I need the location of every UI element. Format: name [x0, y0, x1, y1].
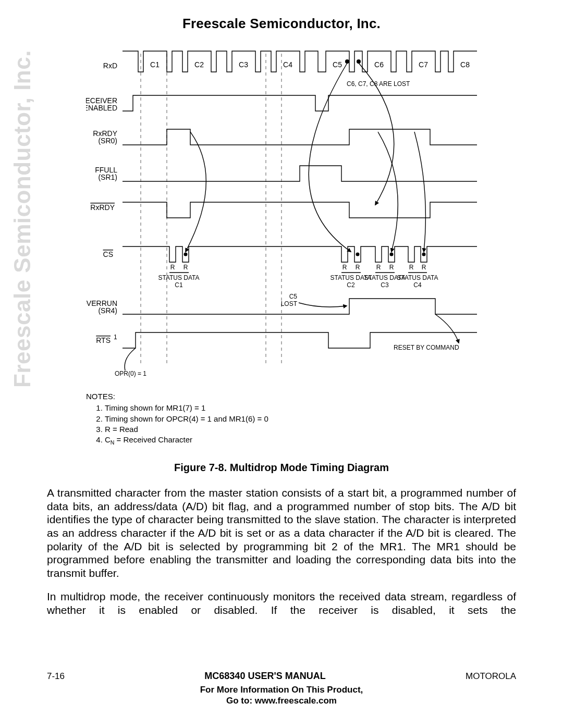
figure-caption: Figure 7-8. Multidrop Mode Timing Diagra… — [47, 462, 516, 474]
signal-label-rxrdy-sr0-b: (SR0) — [98, 137, 117, 145]
cs-r-2: R — [183, 264, 188, 271]
footer-info-l2: Go to: www.freescale.com — [47, 696, 516, 706]
rxd-char-c5: C5 — [333, 60, 342, 69]
svg-point-9 — [422, 253, 426, 256]
signal-label-ffull-b: (SR1) — [98, 173, 117, 181]
rxd-char-c1: C1 — [150, 60, 160, 69]
cs-r-3: R — [342, 264, 347, 271]
svg-point-8 — [390, 253, 394, 256]
rxd-char-c6: C6 — [374, 60, 384, 69]
note-item-4: CN = Received Character — [105, 435, 477, 446]
svg-point-6 — [184, 253, 188, 256]
cs-r-8: R — [422, 264, 426, 271]
signal-label-cs-ov: CS — [103, 250, 113, 258]
cs-r-7: R — [409, 264, 414, 271]
rxd-char-c2: C2 — [194, 60, 204, 69]
note-reset-by-cmd: RESET BY COMMAND — [394, 344, 459, 351]
rxd-char-c8: C8 — [460, 60, 470, 69]
status-data-3c: C3 — [381, 281, 389, 289]
status-data-1: STATUS DATA — [158, 274, 199, 281]
note-item-3: R = Read — [105, 424, 477, 435]
footer-manual-title: MC68340 USER'S MANUAL — [204, 671, 325, 682]
svg-point-5 — [357, 59, 361, 64]
cs-r-5: R — [376, 264, 381, 271]
footer-brand: MOTOROLA — [466, 671, 516, 682]
side-watermark: Freescale Semiconductor, Inc. — [9, 50, 35, 388]
svg-point-4 — [345, 59, 349, 64]
rxd-char-c7: C7 — [419, 60, 428, 69]
footer-page-num: 7-16 — [47, 671, 65, 682]
cs-r-6: R — [389, 264, 394, 271]
paragraph-2: In multidrop mode, the receiver continuo… — [47, 590, 516, 616]
cs-r-1: R — [170, 264, 175, 271]
timing-diagram: RxD C1 C2 C3 C4 C5 C6 C7 C8 C6, C7, C8 A… — [86, 48, 477, 382]
note-item-1: Timing shown for MR1(7) = 1 — [105, 403, 477, 413]
status-data-2c: C2 — [347, 281, 355, 289]
note-c5-b: LOST — [281, 300, 298, 307]
svg-point-7 — [356, 253, 360, 256]
note-c678-lost: C6, C7, C8 ARE LOST — [347, 80, 410, 88]
rxd-char-c3: C3 — [239, 60, 248, 69]
signal-label-recv-en-2: ENABLED — [86, 104, 117, 112]
notes-heading: NOTES: — [86, 391, 477, 402]
signal-label-rts-ov: RTS — [96, 336, 111, 344]
footer-info-l1: For More Information On This Product, — [47, 685, 516, 695]
signal-label-rxd: RxD — [103, 61, 117, 70]
signal-label-rxrdy-ov: RxRDY — [90, 203, 115, 212]
signal-label-overrun-b: (SR4) — [98, 306, 117, 315]
cs-r-4: R — [356, 264, 360, 271]
note-opr0: OPR(0) = 1 — [115, 370, 146, 377]
body-text: A transmitted character from the master … — [47, 486, 516, 616]
rxd-char-c4: C4 — [283, 60, 292, 69]
page-footer: 7-16 MC68340 USER'S MANUAL MOTOROLA For … — [47, 671, 516, 706]
signal-label-rts-sup: 1 — [114, 334, 117, 341]
status-data-4: STATUS DATA — [397, 274, 438, 281]
status-data-4c: C4 — [413, 281, 422, 289]
notes-block: NOTES: Timing shown for MR1(7) = 1 Timin… — [86, 391, 477, 446]
status-data-1c: C1 — [175, 281, 183, 289]
page-title: Freescale Semiconductor, Inc. — [47, 16, 516, 32]
paragraph-1: A transmitted character from the master … — [47, 486, 516, 579]
note-c5-a: C5 — [289, 293, 298, 300]
note-item-2: Timing shown for OPCR(4) = 1 and MR1(6) … — [105, 414, 477, 424]
